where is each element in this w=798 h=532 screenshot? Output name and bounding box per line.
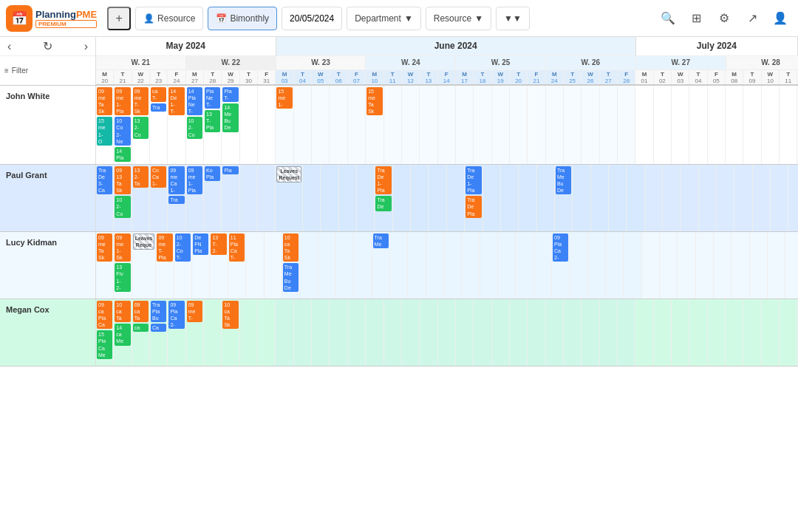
- day-header: W05: [312, 70, 330, 84]
- task-block[interactable]: 09meTaSk: [97, 233, 112, 262]
- day-cell: 0913TaSk102-Co: [114, 165, 132, 231]
- task-block[interactable]: LeavesReque: [133, 233, 155, 250]
- day-cell: caT-Tra: [150, 86, 168, 164]
- day-cell: [528, 299, 545, 366]
- task-block[interactable]: TraDePla: [466, 196, 481, 217]
- task-block[interactable]: 09meTaSk: [97, 87, 112, 115]
- task-block[interactable]: 09me1-Pla: [115, 87, 130, 115]
- task-block[interactable]: TraMeBuDe: [283, 263, 299, 291]
- task-block[interactable]: 15me1-: [276, 87, 292, 109]
- task-block[interactable]: TraDe1-Pla: [466, 166, 481, 194]
- task-block[interactable]: 10caTa: [115, 301, 130, 322]
- task-block[interactable]: PlaNeT-: [205, 87, 220, 109]
- task-block[interactable]: 102-Co: [115, 196, 130, 217]
- task-block[interactable]: 11PlaCaT-: [229, 233, 245, 262]
- day-cell: [498, 232, 516, 299]
- day-header: W29: [222, 70, 239, 84]
- refresh-button[interactable]: ↻: [38, 38, 57, 55]
- task-block[interactable]: 13T-Pla: [205, 110, 220, 132]
- task-block[interactable]: 15meTaSk: [366, 87, 382, 115]
- day-cell: [750, 232, 768, 299]
- task-block[interactable]: 09PlaCa2-: [553, 233, 568, 262]
- task-block[interactable]: 13Fiv1-2-: [115, 263, 130, 291]
- task-block[interactable]: 102-CoT-: [175, 233, 191, 262]
- sort-icon: ≡: [4, 66, 9, 75]
- day-cell: 09meTaSk15me1-O: [96, 86, 114, 164]
- task-block[interactable]: 09caPlaCa: [97, 301, 112, 329]
- filter-button[interactable]: ▼▼: [496, 7, 530, 30]
- task-block[interactable]: 09PlaCa2-: [168, 301, 184, 329]
- day-cell: 10caTaSkTraMeBuDe: [282, 232, 300, 299]
- task-block[interactable]: 14PlaNeT-: [187, 87, 202, 115]
- task-block[interactable]: DeFNPla: [193, 233, 208, 255]
- filter-label[interactable]: Filter: [12, 66, 28, 75]
- user-button[interactable]: 👤: [768, 7, 792, 30]
- date-selector[interactable]: 20/05/2024: [282, 7, 342, 30]
- task-block[interactable]: 10caTaSk: [222, 301, 238, 329]
- task-block[interactable]: 10caTaSk: [283, 233, 299, 262]
- day-cell: [785, 232, 798, 299]
- task-block[interactable]: caT-: [151, 87, 166, 102]
- task-block[interactable]: Ca: [151, 324, 166, 332]
- task-block[interactable]: 15me1-O: [97, 117, 112, 145]
- task-block[interactable]: CoCa1-: [151, 166, 166, 188]
- resource-button[interactable]: 👤 Resource: [135, 7, 203, 30]
- department-dropdown[interactable]: Department ▼: [347, 7, 421, 30]
- day-cell: [606, 232, 624, 299]
- add-button[interactable]: +: [107, 7, 131, 30]
- task-block[interactable]: 14De1-T-: [168, 87, 184, 115]
- task-block[interactable]: KoPla: [205, 166, 220, 181]
- task-block[interactable]: PlaT-: [222, 87, 238, 102]
- settings-button[interactable]: ⚙: [712, 7, 736, 30]
- task-block[interactable]: 102-Co: [187, 117, 202, 138]
- task-block[interactable]: 09meCa1-: [168, 166, 184, 194]
- day-cell: [348, 86, 366, 164]
- task-block[interactable]: 09meT-Sk: [133, 87, 149, 115]
- task-block[interactable]: 14MeBuDe: [222, 103, 238, 132]
- day-cell: 132-Ta: [132, 165, 150, 231]
- day-cell: [753, 165, 771, 231]
- next-button[interactable]: ›: [80, 38, 92, 55]
- day-header: F07: [348, 70, 366, 84]
- task-block[interactable]: Tra: [151, 103, 166, 112]
- task-block[interactable]: TraPlaBu: [151, 301, 166, 322]
- task-block[interactable]: 09me1-Sk: [115, 233, 130, 262]
- day-cell: [393, 165, 411, 231]
- task-block[interactable]: 132-Ta: [133, 166, 149, 188]
- day-cell: [456, 86, 474, 164]
- day-cell: [689, 299, 707, 366]
- task-block[interactable]: TraMeBuDe: [556, 166, 571, 194]
- task-block[interactable]: LeavesRequest: [276, 166, 301, 183]
- task-block[interactable]: 09me1-Pla: [187, 166, 202, 194]
- app-icon: 📅: [6, 5, 33, 32]
- day-cell: [780, 86, 797, 164]
- resource-label: Resource: [157, 13, 195, 24]
- task-block[interactable]: TraMe: [373, 233, 389, 248]
- task-block[interactable]: ca: [133, 324, 149, 332]
- task-block[interactable]: 10Co2-Ne: [115, 117, 130, 145]
- task-block[interactable]: 09meT-Pla: [157, 233, 172, 262]
- task-block[interactable]: 09caTa: [133, 301, 149, 322]
- bimonthly-button[interactable]: 📅 Bimonthly: [208, 7, 277, 30]
- task-block[interactable]: 15PlaCaMe: [97, 330, 112, 358]
- db-button[interactable]: ⊞: [684, 7, 708, 30]
- resource-dropdown[interactable]: Resource ▼: [426, 7, 491, 30]
- task-block[interactable]: TraDe1-Pla: [375, 166, 391, 194]
- task-block[interactable]: 0913TaSk: [115, 166, 130, 194]
- task-block[interactable]: 13T-2-: [211, 233, 226, 255]
- share-button[interactable]: ↗: [740, 7, 764, 30]
- resource-name: Paul Grant: [0, 165, 96, 231]
- task-block[interactable]: Pla: [222, 166, 238, 174]
- day-cell: 11PlaCaT-: [228, 232, 246, 299]
- task-block[interactable]: TraDe: [375, 196, 391, 211]
- search-button[interactable]: 🔍: [656, 7, 680, 30]
- task-block[interactable]: TraDe3-Ca: [97, 166, 112, 194]
- task-block[interactable]: Tra: [168, 196, 184, 204]
- task-block[interactable]: 09meT-: [187, 301, 202, 322]
- task-block[interactable]: 14Pla: [115, 147, 130, 162]
- day-cell: [654, 299, 672, 366]
- task-block[interactable]: 14caMe: [115, 324, 130, 345]
- day-cell: [768, 232, 785, 299]
- prev-button[interactable]: ‹: [3, 38, 16, 55]
- task-block[interactable]: 132-Co: [133, 117, 149, 138]
